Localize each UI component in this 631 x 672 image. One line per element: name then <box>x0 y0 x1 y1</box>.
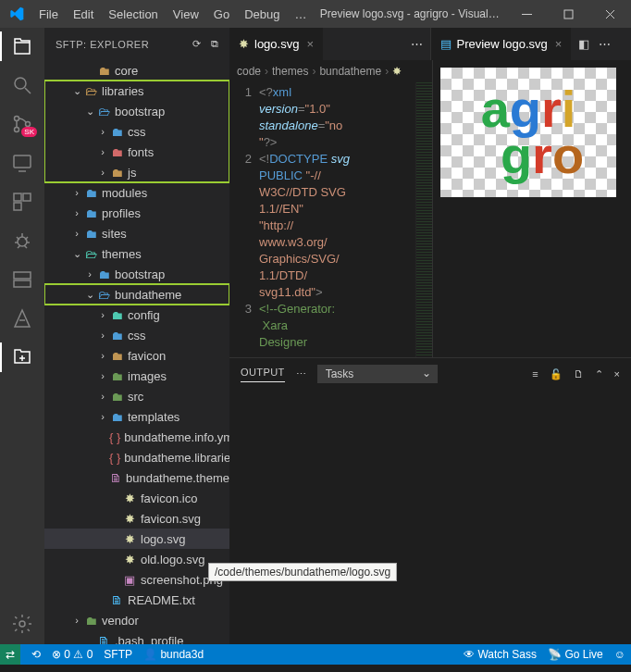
more-actions-icon[interactable]: ⋯ <box>599 37 611 51</box>
vscode-logo-icon <box>0 6 32 21</box>
file-tree[interactable]: 🖿core⌄🗁libraries⌄🗁bootstrap›🖿css›🖿fonts›… <box>44 60 229 644</box>
extensions-icon[interactable] <box>11 191 33 213</box>
tree-item[interactable]: ✸favicon.svg <box>44 508 229 529</box>
settings-gear-icon[interactable] <box>11 613 33 635</box>
status-sync-icon[interactable]: ⟲ <box>31 648 41 661</box>
tree-item[interactable]: ✸logo.svg <box>44 529 229 549</box>
close-tab-icon[interactable]: × <box>306 37 314 51</box>
status-user[interactable]: 👤 bunda3d <box>143 648 204 661</box>
preview-pane: agri gro <box>433 60 631 357</box>
tree-item[interactable]: ›🖿css <box>44 325 229 345</box>
sftp-icon[interactable] <box>11 346 33 368</box>
svg-rect-1 <box>564 10 573 19</box>
tree-item[interactable]: { }bundatheme.info.yml <box>44 427 229 447</box>
status-watch-sass[interactable]: 👁 Watch Sass <box>464 648 537 661</box>
menu-selection[interactable]: Selection <box>102 4 164 25</box>
tree-item[interactable]: ›🖿js <box>44 162 229 182</box>
tree-item[interactable]: ⌄🗁bootstrap <box>44 101 229 121</box>
collapse-all-icon[interactable]: ⧉ <box>211 38 219 50</box>
menu-file[interactable]: File <box>32 4 65 25</box>
search-icon[interactable] <box>11 74 33 96</box>
tree-item[interactable]: ›🖿fonts <box>44 142 229 162</box>
close-panel-icon[interactable]: × <box>614 368 620 380</box>
code-content[interactable]: <?xmlversion="1.0"standalone="no"?><!DOC… <box>259 82 415 357</box>
tree-item[interactable]: ›🖿images <box>44 366 229 386</box>
tab-logo-svg[interactable]: ✸ logo.svg × <box>229 28 323 60</box>
tab-preview[interactable]: ▤ Preview logo.svg × <box>431 28 572 60</box>
tree-item[interactable]: { }bundatheme.libraries <box>44 447 229 467</box>
breadcrumb-item[interactable]: themes <box>272 65 308 78</box>
sidebar-header: SFTP: EXPLORER ⟳ ⧉ <box>44 28 229 60</box>
split-editor-icon[interactable]: ◧ <box>578 37 589 51</box>
svg-file-icon: ✸ <box>392 65 402 78</box>
activity-bar: SK <box>0 28 44 644</box>
tree-item[interactable]: ⌄🗁bundatheme <box>44 284 229 305</box>
close-tab-icon[interactable]: × <box>555 37 563 51</box>
tree-item[interactable]: ›🖿bootstrap <box>44 264 229 284</box>
status-feedback-icon[interactable]: ☺ <box>614 648 625 661</box>
output-channel-dropdown[interactable]: Tasks <box>317 365 438 383</box>
debug-icon[interactable] <box>11 230 33 252</box>
collapse-panel-icon[interactable]: ⌃ <box>595 368 603 380</box>
remote-explorer-icon[interactable] <box>11 152 33 174</box>
close-button[interactable] <box>589 0 631 28</box>
tree-item[interactable]: ›🖿vendor <box>44 610 229 630</box>
status-sftp[interactable]: SFTP <box>104 648 132 661</box>
code-editor[interactable]: code› themes› bundatheme› ✸ 1 2 3 <?xmlv… <box>229 60 433 357</box>
svg-rect-9 <box>14 203 21 210</box>
svg-rect-12 <box>14 280 31 287</box>
menu-go[interactable]: Go <box>207 4 236 25</box>
minimize-button[interactable] <box>506 0 548 28</box>
breadcrumb[interactable]: code› themes› bundatheme› ✸ <box>229 60 432 82</box>
tabs-bar: ✸ logo.svg × ⋯ ▤ Preview logo.svg × ◧ ⋯ <box>229 28 631 60</box>
tree-item[interactable]: ›🖿favicon <box>44 345 229 366</box>
sidebar-title: SFTP: EXPLORER <box>56 39 149 50</box>
clear-output-icon[interactable]: 🗋 <box>574 368 584 380</box>
azure-icon[interactable] <box>11 307 33 330</box>
breadcrumb-item[interactable]: bundatheme <box>319 65 381 78</box>
tree-item[interactable]: 🗎README.txt <box>44 590 229 610</box>
panel-tab-output[interactable]: OUTPUT <box>241 367 285 382</box>
tree-item[interactable]: ›🖿config <box>44 305 229 325</box>
svg-rect-7 <box>14 193 21 201</box>
tree-item[interactable]: ›🖿templates <box>44 406 229 427</box>
refresh-icon[interactable]: ⟳ <box>192 38 202 50</box>
menu-view[interactable]: View <box>167 4 205 25</box>
explorer-icon[interactable] <box>11 35 33 57</box>
tree-item[interactable]: ›🖿modules <box>44 182 229 203</box>
menu-edit[interactable]: Edit <box>67 4 100 25</box>
menu-more[interactable]: … <box>288 4 313 25</box>
tree-item[interactable]: 🖿core <box>44 60 229 81</box>
tree-item[interactable]: 🗎bundatheme.theme <box>44 467 229 488</box>
tooltip: /code/themes/bundatheme/logo.svg <box>208 563 397 581</box>
tree-item[interactable]: ⌄🗁libraries <box>44 81 229 101</box>
minimap[interactable] <box>415 82 432 357</box>
status-go-live[interactable]: 📡 Go Live <box>548 648 603 661</box>
remote-indicator[interactable]: ⇄ <box>0 644 20 665</box>
lock-scroll-icon[interactable]: 🔓 <box>550 368 563 380</box>
server-icon[interactable] <box>11 268 33 291</box>
window-title: Preview logo.svg - agrigro - Visual… <box>313 7 506 20</box>
svg-point-13 <box>19 621 25 627</box>
panel-more-tabs-icon[interactable]: ⋯ <box>296 368 306 380</box>
status-errors[interactable]: ⊗ 0 ⚠ 0 <box>52 648 93 661</box>
tree-item[interactable]: 🗎.bash_profile <box>44 630 229 644</box>
tree-item[interactable]: ›🖿profiles <box>44 203 229 223</box>
tree-item[interactable]: ›🖿css <box>44 121 229 142</box>
filter-icon[interactable]: ≡ <box>532 368 538 380</box>
tree-item[interactable]: ›🖿sites <box>44 223 229 243</box>
maximize-button[interactable] <box>548 0 589 28</box>
tree-item[interactable]: ✸old.logo.svg <box>44 549 229 569</box>
source-control-icon[interactable]: SK <box>11 113 33 135</box>
tree-item[interactable]: ✸favicon.ico <box>44 488 229 508</box>
status-bar: ⇄ ⟲ ⊗ 0 ⚠ 0 SFTP 👤 bunda3d 👁 Watch Sass … <box>0 644 631 665</box>
tree-item[interactable]: ▣screenshot.png <box>44 569 229 590</box>
svg-rect-11 <box>14 272 31 279</box>
tree-item[interactable]: ⌄🗁themes <box>44 243 229 264</box>
preview-icon: ▤ <box>440 37 452 51</box>
menu-debug[interactable]: Debug <box>238 4 286 25</box>
breadcrumb-item[interactable]: code <box>237 65 261 78</box>
more-actions-icon[interactable]: ⋯ <box>411 37 423 51</box>
tree-item[interactable]: ›🖿src <box>44 386 229 406</box>
svg-preview-image: agri gro <box>440 68 616 197</box>
